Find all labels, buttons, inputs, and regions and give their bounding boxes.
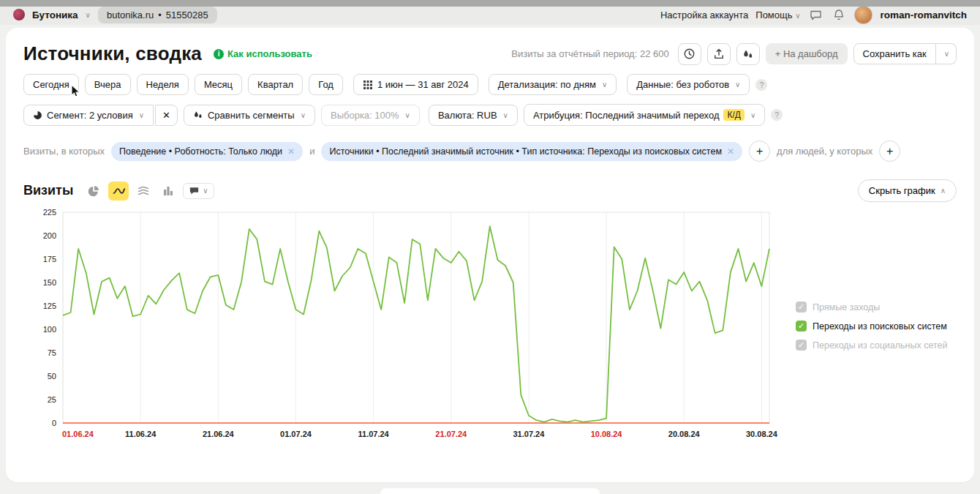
period-yesterday-button[interactable]: Вчера [85, 74, 131, 95]
filters-row: Визиты, в которых Поведение • Роботность… [23, 141, 957, 162]
period-quarter-button[interactable]: Квартал [248, 74, 303, 95]
chevron-down-icon: ∨ [944, 50, 949, 58]
counter-chevron-icon[interactable]: ∨ [86, 11, 91, 19]
chart-type-pie-icon[interactable] [83, 181, 104, 201]
window-top-strip [0, 0, 980, 7]
period-year-button[interactable]: Год [309, 74, 343, 95]
add-visit-condition-button[interactable]: + [749, 141, 770, 162]
svg-text:10.08.24: 10.08.24 [591, 430, 623, 438]
filter-chip-label: Источники • Последний значимый источник … [329, 146, 722, 157]
legend-item-social[interactable]: ✓ Переходы из социальных сетей [796, 340, 947, 351]
svg-text:21.07.24: 21.07.24 [435, 430, 467, 438]
data-mode-button[interactable]: Данные: без роботов ∨ [627, 74, 750, 95]
user-avatar[interactable] [854, 6, 872, 24]
account-settings-link[interactable]: Настройка аккаунта [660, 10, 748, 20]
save-as-button[interactable]: Сохранить как [853, 43, 936, 64]
filter-chip-robots[interactable]: Поведение • Роботность: Только люди ✕ [111, 142, 303, 161]
user-name[interactable]: roman-romanvitch [880, 10, 967, 20]
svg-text:50: 50 [48, 372, 56, 381]
help-menu[interactable]: Помощь ∨ [755, 10, 800, 20]
counter-domain-pill: butonika.ru • 51550285 [98, 7, 217, 23]
hide-chart-button[interactable]: Скрыть график ∧ [858, 179, 957, 202]
sampling-label: Выборка: 100% [331, 110, 399, 121]
droplets-icon [193, 110, 203, 120]
attribution-badge: К/Д [723, 109, 744, 121]
currency-label: Валюта: RUB [438, 110, 497, 121]
data-mode-label: Данные: без роботов [636, 79, 729, 90]
comment-icon [189, 186, 200, 196]
chevron-down-icon: ∨ [405, 111, 410, 119]
chevron-down-icon: ∨ [750, 111, 755, 119]
visits-line-chart[interactable]: 01.06.2411.06.2421.06.2401.07.2411.07.24… [23, 205, 788, 448]
svg-text:25: 25 [48, 395, 56, 404]
date-range-button[interactable]: 1 июн — 31 авг 2024 [353, 74, 478, 95]
svg-text:200: 200 [43, 231, 56, 240]
chart-type-area-icon[interactable] [133, 181, 154, 201]
checkbox-checked-icon[interactable]: ✓ [796, 340, 807, 351]
bell-icon[interactable] [831, 7, 847, 23]
currency-button[interactable]: Валюта: RUB ∨ [429, 105, 518, 126]
visits-period-total: Визиты за отчётный период: 22 600 [511, 48, 668, 59]
checkbox-checked-icon[interactable]: ✓ [796, 321, 807, 332]
how-to-use-link[interactable]: i Как использовать [214, 48, 312, 59]
legend-item-search[interactable]: ✓ Переходы из поисковых систем [796, 321, 947, 332]
period-month-button[interactable]: Месяц [195, 74, 242, 95]
add-to-dashboard-button[interactable]: + На дашборд [766, 43, 848, 64]
chart-annotations-button[interactable]: ∨ [183, 183, 214, 199]
segment-button[interactable]: Сегмент: 2 условия ∨ [23, 105, 154, 126]
pie-icon [33, 111, 42, 120]
visits-period-label: Визиты за отчётный период: [511, 48, 637, 59]
droplets-icon [742, 48, 754, 60]
attribution-help-icon[interactable]: ? [771, 109, 783, 121]
chart-type-line-icon[interactable] [108, 181, 129, 201]
chip-remove-icon[interactable]: ✕ [287, 146, 295, 157]
attribution-button[interactable]: Атрибуция: Последний значимый переход К/… [524, 104, 765, 126]
filter-chip-source[interactable]: Источники • Последний значимый источник … [321, 142, 742, 161]
how-to-use-label: Как использовать [227, 48, 312, 59]
legend-label: Переходы из поисковых систем [813, 321, 947, 332]
compare-button[interactable] [736, 43, 760, 65]
chart-type-bar-icon[interactable] [158, 181, 178, 201]
chevron-down-icon: ∨ [503, 111, 508, 119]
compare-segments-label: Сравнить сегменты [208, 110, 295, 121]
svg-text:11.07.24: 11.07.24 [358, 430, 390, 438]
period-today-button[interactable]: Сегодня [23, 74, 79, 95]
segment-label: Сегмент: 2 условия [47, 110, 133, 121]
controls-row: Сегмент: 2 условия ∨ ✕ Сравнить сегменты… [23, 104, 957, 126]
add-people-condition-button[interactable]: + [879, 141, 900, 162]
next-card-peek [380, 488, 600, 494]
period-row: Сегодня Вчера Неделя Месяц Квартал Год 1… [23, 74, 957, 95]
svg-text:100: 100 [43, 325, 56, 334]
save-as-dropdown-button[interactable]: ∨ [936, 43, 957, 64]
chip-remove-icon[interactable]: ✕ [727, 146, 734, 157]
export-icon [713, 48, 725, 60]
svg-text:20.08.24: 20.08.24 [668, 430, 701, 438]
chart-header: Визиты ∨ Скрыть график ∧ [23, 179, 957, 202]
detalization-button[interactable]: Детализация: по дням ∨ [489, 74, 617, 95]
export-button[interactable] [707, 43, 731, 65]
counter-separator: • [158, 10, 162, 20]
attribution-label: Атрибуция: Последний значимый переход [533, 110, 720, 121]
segment-clear-button[interactable]: ✕ [155, 105, 178, 126]
chevron-down-icon: ∨ [602, 81, 607, 89]
hide-chart-label: Скрыть график [869, 185, 935, 196]
report-header: Источники, сводка i Как использовать Виз… [23, 42, 957, 65]
svg-text:21.06.24: 21.06.24 [203, 430, 235, 438]
sampling-button[interactable]: Выборка: 100% ∨ [321, 105, 420, 126]
period-week-button[interactable]: Неделя [137, 74, 189, 95]
date-range-label: 1 июн — 31 авг 2024 [377, 79, 469, 90]
compare-segments-button[interactable]: Сравнить сегменты ∨ [184, 105, 315, 126]
chevron-down-icon: ∨ [735, 81, 740, 89]
chat-icon[interactable] [807, 7, 823, 23]
history-button[interactable] [678, 43, 701, 65]
checkbox-checked-icon[interactable]: ✓ [796, 302, 807, 313]
counter-name[interactable]: Бутоника [32, 10, 78, 20]
visits-period-value: 22 600 [640, 48, 669, 59]
data-mode-help-icon[interactable]: ? [755, 79, 767, 91]
and-label: и [309, 146, 314, 157]
detalization-label: Детализация: по дням [498, 79, 596, 90]
svg-text:175: 175 [43, 255, 56, 263]
svg-text:75: 75 [48, 348, 56, 357]
counter-domain: butonika.ru [107, 10, 154, 20]
legend-item-direct[interactable]: ✓ Прямые заходы [796, 302, 947, 313]
